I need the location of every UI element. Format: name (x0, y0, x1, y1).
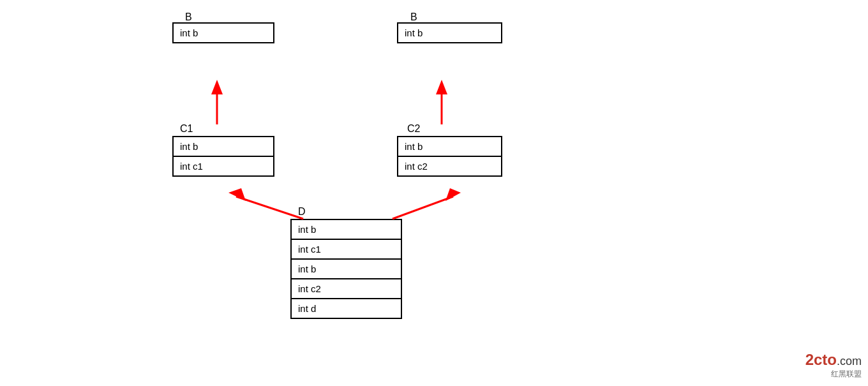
watermark-sub: 红黑联盟 (805, 369, 862, 380)
class-label-B-left: B (185, 11, 192, 23)
class-box-B-right: int b (397, 22, 502, 43)
class-label-C1: C1 (180, 123, 193, 135)
class-label-B-right: B (410, 11, 417, 23)
svg-line-4 (236, 197, 303, 219)
watermark-suffix: .com (837, 355, 862, 367)
class-box-C1: int b int c1 (172, 136, 274, 177)
class-box-B-left: int b (172, 22, 274, 43)
class-box-D: int b int c1 int b int c2 int d (290, 219, 402, 319)
svg-line-6 (393, 197, 453, 219)
row-B-left-b: int b (174, 24, 273, 42)
row-C1-c1: int c1 (174, 157, 273, 175)
class-label-D: D (298, 206, 306, 218)
row-C2-c2: int c2 (398, 157, 501, 175)
row-C2-b: int b (398, 137, 501, 157)
watermark-brand: 2cto (805, 351, 837, 368)
row-C1-b: int b (174, 137, 273, 157)
row-D-c2: int c2 (292, 279, 401, 299)
watermark: 2cto.com 红黑联盟 (805, 351, 862, 380)
svg-marker-7 (445, 188, 461, 201)
row-D-b1: int b (292, 220, 401, 240)
row-B-right-b: int b (398, 24, 501, 42)
row-D-d: int d (292, 299, 401, 318)
row-D-b2: int b (292, 260, 401, 279)
arrows-svg (0, 0, 868, 386)
svg-marker-5 (228, 188, 246, 201)
class-label-C2: C2 (407, 123, 420, 135)
class-box-C2: int b int c2 (397, 136, 502, 177)
row-D-c1: int c1 (292, 240, 401, 260)
svg-marker-3 (436, 80, 447, 94)
svg-marker-1 (211, 80, 223, 94)
diagram: B int b C1 int b int c1 B int b C2 int b… (0, 0, 868, 386)
